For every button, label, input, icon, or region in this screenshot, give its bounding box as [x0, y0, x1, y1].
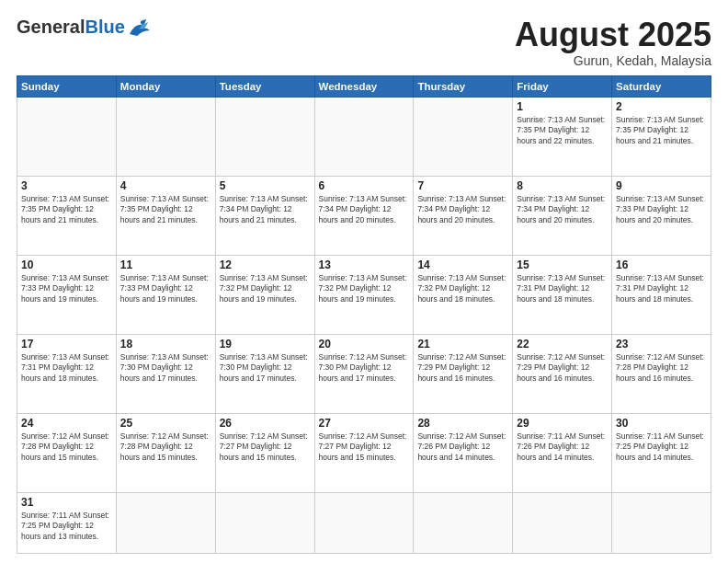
calendar-cell — [116, 492, 215, 553]
day-number: 10 — [21, 259, 112, 271]
calendar-cell: 18Sunrise: 7:13 AM Sunset: 7:30 PM Dayli… — [116, 334, 215, 413]
day-info: Sunrise: 7:11 AM Sunset: 7:26 PM Dayligh… — [517, 431, 608, 463]
day-info: Sunrise: 7:12 AM Sunset: 7:29 PM Dayligh… — [417, 352, 508, 384]
day-info: Sunrise: 7:13 AM Sunset: 7:32 PM Dayligh… — [319, 273, 410, 304]
day-info: Sunrise: 7:13 AM Sunset: 7:33 PM Dayligh… — [21, 273, 112, 304]
day-number: 5 — [220, 179, 311, 192]
day-number: 13 — [319, 259, 410, 271]
calendar-cell — [116, 97, 215, 176]
day-number: 30 — [616, 417, 707, 430]
title-block: August 2025 Gurun, Kedah, Malaysia — [515, 17, 711, 68]
calendar-cell: 25Sunrise: 7:12 AM Sunset: 7:28 PM Dayli… — [116, 413, 215, 492]
month-title: August 2025 — [515, 17, 711, 53]
calendar-cell: 2Sunrise: 7:13 AM Sunset: 7:35 PM Daylig… — [612, 97, 711, 176]
calendar-cell: 26Sunrise: 7:12 AM Sunset: 7:27 PM Dayli… — [215, 413, 314, 492]
day-number: 31 — [21, 496, 112, 509]
day-info: Sunrise: 7:12 AM Sunset: 7:28 PM Dayligh… — [616, 352, 707, 384]
day-number: 17 — [21, 338, 112, 350]
week-row-3: 17Sunrise: 7:13 AM Sunset: 7:31 PM Dayli… — [17, 334, 711, 413]
calendar-cell — [414, 492, 513, 553]
calendar-cell: 16Sunrise: 7:13 AM Sunset: 7:31 PM Dayli… — [612, 255, 711, 334]
day-number: 22 — [517, 338, 608, 350]
day-info: Sunrise: 7:12 AM Sunset: 7:28 PM Dayligh… — [21, 431, 112, 463]
day-number: 16 — [616, 259, 707, 271]
week-row-0: 1Sunrise: 7:13 AM Sunset: 7:35 PM Daylig… — [17, 97, 711, 176]
day-info: Sunrise: 7:13 AM Sunset: 7:32 PM Dayligh… — [417, 273, 508, 304]
calendar-cell — [215, 492, 314, 553]
calendar-cell — [17, 97, 117, 176]
weekday-header-wednesday: Wednesday — [314, 75, 414, 97]
day-number: 27 — [319, 417, 410, 430]
logo-bird-icon — [128, 17, 154, 38]
weekday-header-monday: Monday — [116, 75, 215, 97]
day-info: Sunrise: 7:13 AM Sunset: 7:34 PM Dayligh… — [220, 194, 311, 225]
day-info: Sunrise: 7:13 AM Sunset: 7:30 PM Dayligh… — [220, 352, 311, 384]
day-number: 25 — [120, 417, 211, 430]
calendar-cell: 15Sunrise: 7:13 AM Sunset: 7:31 PM Dayli… — [513, 255, 612, 334]
calendar-cell: 27Sunrise: 7:12 AM Sunset: 7:27 PM Dayli… — [314, 413, 414, 492]
logo: General Blue — [17, 17, 154, 38]
calendar-cell: 3Sunrise: 7:13 AM Sunset: 7:35 PM Daylig… — [17, 176, 117, 255]
calendar-cell — [612, 492, 711, 553]
weekday-header-tuesday: Tuesday — [215, 75, 314, 97]
day-info: Sunrise: 7:13 AM Sunset: 7:33 PM Dayligh… — [120, 273, 211, 304]
day-info: Sunrise: 7:13 AM Sunset: 7:33 PM Dayligh… — [616, 194, 707, 225]
day-info: Sunrise: 7:13 AM Sunset: 7:35 PM Dayligh… — [120, 194, 211, 225]
day-number: 11 — [120, 259, 211, 271]
day-number: 4 — [120, 179, 211, 192]
day-number: 15 — [517, 259, 608, 271]
weekday-header-friday: Friday — [513, 75, 612, 97]
calendar-cell: 22Sunrise: 7:12 AM Sunset: 7:29 PM Dayli… — [513, 334, 612, 413]
logo-blue-text: Blue — [85, 17, 124, 38]
calendar-cell — [513, 492, 612, 553]
day-number: 21 — [417, 338, 508, 350]
calendar-cell: 11Sunrise: 7:13 AM Sunset: 7:33 PM Dayli… — [116, 255, 215, 334]
calendar-cell: 1Sunrise: 7:13 AM Sunset: 7:35 PM Daylig… — [513, 97, 612, 176]
day-info: Sunrise: 7:12 AM Sunset: 7:26 PM Dayligh… — [417, 431, 508, 463]
day-number: 6 — [319, 179, 410, 192]
day-info: Sunrise: 7:12 AM Sunset: 7:30 PM Dayligh… — [319, 352, 410, 384]
calendar-cell: 8Sunrise: 7:13 AM Sunset: 7:34 PM Daylig… — [513, 176, 612, 255]
day-number: 8 — [517, 179, 608, 192]
header: General Blue August 2025 Gurun, Kedah, M… — [17, 17, 711, 68]
day-info: Sunrise: 7:13 AM Sunset: 7:32 PM Dayligh… — [220, 273, 311, 304]
day-number: 24 — [21, 417, 112, 430]
calendar-cell: 14Sunrise: 7:13 AM Sunset: 7:32 PM Dayli… — [414, 255, 513, 334]
calendar-cell: 4Sunrise: 7:13 AM Sunset: 7:35 PM Daylig… — [116, 176, 215, 255]
day-number: 9 — [616, 179, 707, 192]
day-info: Sunrise: 7:13 AM Sunset: 7:31 PM Dayligh… — [616, 273, 707, 304]
day-info: Sunrise: 7:12 AM Sunset: 7:27 PM Dayligh… — [319, 431, 410, 463]
weekday-header-saturday: Saturday — [612, 75, 711, 97]
day-number: 2 — [616, 100, 707, 113]
calendar-cell: 12Sunrise: 7:13 AM Sunset: 7:32 PM Dayli… — [215, 255, 314, 334]
week-row-4: 24Sunrise: 7:12 AM Sunset: 7:28 PM Dayli… — [17, 413, 711, 492]
week-row-2: 10Sunrise: 7:13 AM Sunset: 7:33 PM Dayli… — [17, 255, 711, 334]
day-number: 26 — [220, 417, 311, 430]
day-number: 14 — [417, 259, 508, 271]
day-number: 28 — [417, 417, 508, 430]
day-info: Sunrise: 7:13 AM Sunset: 7:31 PM Dayligh… — [21, 352, 112, 384]
day-number: 1 — [517, 100, 608, 113]
day-info: Sunrise: 7:13 AM Sunset: 7:34 PM Dayligh… — [517, 194, 608, 225]
day-number: 20 — [319, 338, 410, 350]
calendar-cell: 21Sunrise: 7:12 AM Sunset: 7:29 PM Dayli… — [414, 334, 513, 413]
day-info: Sunrise: 7:12 AM Sunset: 7:29 PM Dayligh… — [517, 352, 608, 384]
day-number: 29 — [517, 417, 608, 430]
calendar-cell: 19Sunrise: 7:13 AM Sunset: 7:30 PM Dayli… — [215, 334, 314, 413]
page: General Blue August 2025 Gurun, Kedah, M… — [0, 0, 728, 563]
calendar-cell: 23Sunrise: 7:12 AM Sunset: 7:28 PM Dayli… — [612, 334, 711, 413]
calendar-cell: 20Sunrise: 7:12 AM Sunset: 7:30 PM Dayli… — [314, 334, 414, 413]
calendar-cell — [314, 492, 414, 553]
weekday-header-sunday: Sunday — [17, 75, 117, 97]
weekday-header-thursday: Thursday — [414, 75, 513, 97]
calendar-cell: 30Sunrise: 7:11 AM Sunset: 7:25 PM Dayli… — [612, 413, 711, 492]
calendar-cell: 24Sunrise: 7:12 AM Sunset: 7:28 PM Dayli… — [17, 413, 117, 492]
day-info: Sunrise: 7:13 AM Sunset: 7:35 PM Dayligh… — [21, 194, 112, 225]
calendar-table: SundayMondayTuesdayWednesdayThursdayFrid… — [17, 75, 711, 554]
calendar-cell: 5Sunrise: 7:13 AM Sunset: 7:34 PM Daylig… — [215, 176, 314, 255]
day-info: Sunrise: 7:13 AM Sunset: 7:30 PM Dayligh… — [120, 352, 211, 384]
weekday-header-row: SundayMondayTuesdayWednesdayThursdayFrid… — [17, 75, 711, 97]
week-row-1: 3Sunrise: 7:13 AM Sunset: 7:35 PM Daylig… — [17, 176, 711, 255]
day-info: Sunrise: 7:13 AM Sunset: 7:35 PM Dayligh… — [616, 115, 707, 146]
day-number: 18 — [120, 338, 211, 350]
